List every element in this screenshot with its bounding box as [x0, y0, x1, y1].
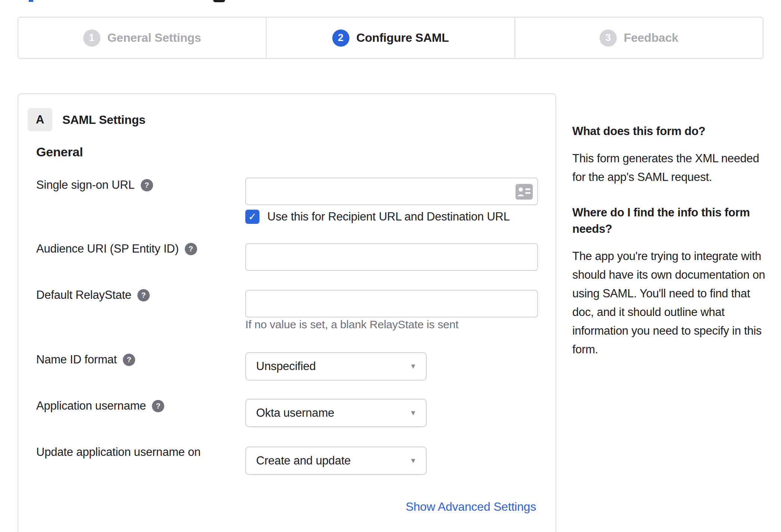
general-section-heading: General — [36, 145, 83, 159]
sso-url-input[interactable] — [245, 178, 538, 205]
sso-url-label: Single sign-on URL ? — [36, 178, 153, 192]
step-label: Configure SAML — [357, 31, 449, 45]
help-icon[interactable]: ? — [185, 243, 197, 255]
sidebar-heading-where: Where do I find the info this form needs… — [572, 204, 770, 237]
sidebar-paragraph-what: This form generates the XML needed for t… — [572, 149, 770, 187]
help-icon[interactable]: ? — [141, 179, 153, 191]
audience-uri-input[interactable] — [245, 243, 538, 271]
field-label-text: Single sign-on URL — [36, 178, 135, 192]
step-general-settings[interactable]: 1 General Settings — [18, 18, 266, 58]
application-username-select[interactable]: Okta username ▼ — [245, 399, 427, 427]
help-icon[interactable]: ? — [152, 400, 164, 412]
step-feedback[interactable]: 3 Feedback — [514, 18, 763, 58]
default-relaystate-input[interactable] — [245, 290, 538, 317]
wizard-stepper: 1 General Settings 2 Configure SAML 3 Fe… — [18, 17, 763, 59]
help-sidebar: What does this form do? This form genera… — [572, 123, 770, 377]
select-value: Okta username — [256, 406, 334, 420]
saml-settings-panel: A SAML Settings General Single sign-on U… — [18, 93, 556, 532]
cropped-title-fragment — [213, 0, 225, 2]
chevron-down-icon: ▼ — [410, 362, 417, 370]
step-number-badge: 3 — [600, 29, 617, 47]
step-label: Feedback — [624, 31, 678, 45]
step-number-badge: 2 — [332, 29, 349, 47]
panel-title: SAML Settings — [62, 113, 146, 127]
name-id-format-select[interactable]: Unspecified ▼ — [245, 352, 427, 381]
chevron-down-icon: ▼ — [410, 457, 417, 465]
select-value: Create and update — [256, 454, 351, 467]
sidebar-paragraph-where: The app you're trying to integrate with … — [572, 247, 770, 359]
recipient-url-checkbox-label: Use this for Recipient URL and Destinati… — [267, 210, 510, 223]
help-icon[interactable]: ? — [137, 289, 150, 301]
contact-card-icon[interactable] — [516, 184, 533, 200]
panel-header: A SAML Settings — [28, 108, 146, 131]
step-label: General Settings — [108, 31, 201, 45]
audience-uri-label: Audience URI (SP Entity ID) ? — [36, 242, 197, 256]
help-icon[interactable]: ? — [123, 354, 135, 366]
field-label-text: Default RelayState — [36, 288, 131, 302]
update-username-on-label: Update application username on — [36, 445, 200, 459]
field-label-text: Name ID format — [36, 353, 117, 366]
cropped-title-fragment — [29, 0, 33, 2]
show-advanced-settings-link[interactable]: Show Advanced Settings — [405, 500, 536, 514]
step-configure-saml[interactable]: 2 Configure SAML — [266, 18, 514, 58]
default-relaystate-label: Default RelayState ? — [36, 288, 150, 302]
field-label-text: Application username — [36, 399, 146, 413]
section-a-badge: A — [28, 108, 52, 131]
field-label-text: Update application username on — [36, 445, 200, 459]
field-label-text: Audience URI (SP Entity ID) — [36, 242, 179, 256]
configure-saml-page: 1 General Settings 2 Configure SAML 3 Fe… — [0, 0, 781, 532]
sidebar-heading-what: What does this form do? — [572, 123, 770, 140]
relaystate-helper-text: If no value is set, a blank RelayState i… — [245, 318, 458, 331]
update-username-on-select[interactable]: Create and update ▼ — [245, 447, 427, 475]
chevron-down-icon: ▼ — [410, 409, 417, 417]
recipient-url-checkbox[interactable]: ✓ — [245, 210, 259, 224]
recipient-url-checkbox-row: ✓ Use this for Recipient URL and Destina… — [245, 210, 510, 224]
application-username-label: Application username ? — [36, 399, 164, 413]
name-id-format-label: Name ID format ? — [36, 353, 135, 366]
step-number-badge: 1 — [83, 29, 100, 47]
select-value: Unspecified — [256, 360, 316, 373]
